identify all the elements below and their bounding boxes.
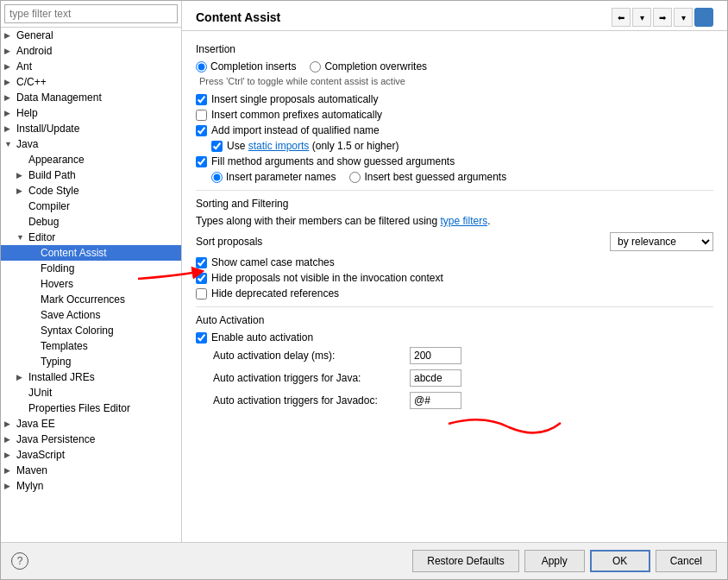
tree-label-build-path: Build Path [28, 169, 76, 181]
tree-item-javascript[interactable]: ▶JavaScript [1, 447, 181, 463]
nav-icons: ⬅ ▾ ➡ ▾ [612, 8, 713, 27]
tree-item-maven[interactable]: ▶Maven [1, 463, 181, 478]
tree-item-java-persistence[interactable]: ▶Java Persistence [1, 432, 181, 447]
delay-row: Auto activation delay (ms): [213, 347, 713, 364]
fill-method-args-checkbox[interactable]: Fill method arguments and show guessed a… [196, 155, 713, 167]
common-prefixes-checkbox[interactable]: Insert common prefixes automatically [196, 109, 713, 121]
restore-defaults-button[interactable]: Restore Defaults [412, 550, 518, 572]
tree-label-maven: Maven [16, 464, 47, 476]
tree-item-ant[interactable]: ▶Ant [1, 59, 181, 74]
add-import-label: Add import instead of qualified name [211, 124, 380, 136]
tree-item-props-files-editor[interactable]: Properties Files Editor [1, 400, 181, 416]
tree-item-appearance[interactable]: Appearance [1, 152, 181, 167]
triggers-javadoc-input[interactable] [410, 392, 461, 409]
tree-item-typing[interactable]: Typing [1, 354, 181, 369]
left-panel: ▶General▶Android▶Ant▶C/C++▶Data Manageme… [1, 1, 182, 542]
tree-label-ant: Ant [16, 60, 32, 72]
tree-item-mylyn[interactable]: ▶Mylyn [1, 478, 181, 494]
type-filters-link[interactable]: type filters [440, 215, 487, 227]
auto-activation-section-label: Auto Activation [196, 314, 713, 326]
tree-item-save-actions[interactable]: Save Actions [1, 307, 181, 323]
tree-arrow-cpp: ▶ [4, 78, 16, 86]
tree-item-cpp[interactable]: ▶C/C++ [1, 74, 181, 90]
triggers-java-label: Auto activation triggers for Java: [213, 372, 403, 384]
right-panel-title: Content Assist [196, 10, 280, 24]
single-proposals-checkbox[interactable]: Insert single proposals automatically [196, 93, 713, 105]
static-imports-label: Use static imports (only 1.5 or higher) [227, 140, 399, 152]
completion-inserts-label: Completion inserts [210, 60, 296, 72]
hide-deprecated-checkbox[interactable]: Hide deprecated references [196, 287, 713, 299]
nav-forward-button[interactable]: ➡ [653, 8, 672, 27]
sorting-section-label: Sorting and Filtering [196, 198, 713, 210]
tree-label-templates: Templates [41, 340, 88, 352]
nav-dropdown-button[interactable]: ▾ [632, 8, 651, 27]
tree-item-syntax-coloring[interactable]: Syntax Coloring [1, 323, 181, 338]
filter-input[interactable] [4, 4, 178, 23]
tree-item-android[interactable]: ▶Android [1, 43, 181, 59]
enable-auto-checkbox[interactable]: Enable auto activation [196, 331, 713, 344]
tree-item-java[interactable]: ▼Java [1, 136, 181, 152]
static-imports-link[interactable]: static imports [248, 140, 310, 152]
tree-label-data-mgmt: Data Management [16, 91, 102, 104]
tree-item-general[interactable]: ▶General [1, 28, 181, 43]
nav-forward-dropdown-button[interactable]: ▾ [674, 8, 693, 27]
delay-input[interactable] [410, 347, 461, 364]
tree-label-editor: Editor [28, 231, 55, 243]
ok-button[interactable]: OK [590, 550, 650, 572]
common-prefixes-label: Insert common prefixes automatically [211, 109, 382, 121]
hide-not-visible-label: Hide proposals not visible in the invoca… [211, 272, 443, 284]
completion-radio-group: Completion inserts Completion overwrites [196, 60, 713, 72]
static-imports-checkbox[interactable]: Use static imports (only 1.5 or higher) [211, 140, 713, 152]
tree-label-typing: Typing [41, 356, 71, 368]
completion-overwrites-radio[interactable]: Completion overwrites [310, 60, 427, 72]
tree-item-installed-jres[interactable]: ▶Installed JREs [1, 369, 181, 385]
camel-case-checkbox[interactable]: Show camel case matches [196, 256, 713, 268]
tree-label-java-ee: Java EE [16, 418, 55, 430]
triggers-java-row: Auto activation triggers for Java: [213, 369, 713, 387]
tree-item-content-assist[interactable]: Content Assist [1, 245, 181, 261]
apply-button[interactable]: Apply [524, 550, 585, 572]
tree-arrow-general: ▶ [4, 31, 16, 40]
triggers-javadoc-row: Auto activation triggers for Javadoc: [213, 392, 713, 409]
tree-label-compiler: Compiler [28, 200, 70, 212]
tree-item-debug[interactable]: Debug [1, 214, 181, 230]
help-icon[interactable]: ? [11, 552, 28, 570]
tree-item-hovers[interactable]: Hovers [1, 276, 181, 292]
insert-best-guessed-radio[interactable]: Insert best guessed arguments [349, 171, 506, 183]
tree-arrow-android: ▶ [4, 47, 16, 55]
tree-item-editor[interactable]: ▼Editor [1, 230, 181, 245]
insert-param-names-radio[interactable]: Insert parameter names [211, 171, 336, 183]
tree-item-code-style[interactable]: ▶Code Style [1, 183, 181, 199]
tree-arrow-data-mgmt: ▶ [4, 93, 16, 102]
add-import-checkbox[interactable]: Add import instead of qualified name [196, 124, 713, 136]
sort-select[interactable]: by relevance alphabetically [610, 232, 713, 251]
single-proposals-label: Insert single proposals automatically [211, 93, 378, 105]
tree-item-compiler[interactable]: Compiler [1, 199, 181, 214]
completion-overwrites-label: Completion overwrites [324, 60, 427, 72]
tree-label-android: Android [16, 45, 52, 57]
tree-arrow-code-style: ▶ [16, 186, 28, 195]
tree-label-props-files-editor: Properties Files Editor [28, 402, 130, 414]
nav-back-button[interactable]: ⬅ [612, 8, 631, 27]
tree-item-java-ee[interactable]: ▶Java EE [1, 416, 181, 432]
type-filters-description: Types along with their members can be fi… [196, 215, 713, 227]
camel-case-label: Show camel case matches [211, 256, 335, 268]
tree-arrow-java-ee: ▶ [4, 419, 16, 428]
tree-item-build-path[interactable]: ▶Build Path [1, 167, 181, 183]
cancel-button[interactable]: Cancel [656, 550, 717, 572]
triggers-java-input[interactable] [410, 369, 461, 387]
tree-item-help[interactable]: ▶Help [1, 105, 181, 121]
tree-item-install-update[interactable]: ▶Install/Update [1, 121, 181, 136]
tree-item-folding[interactable]: Folding [1, 261, 181, 276]
tree-item-data-mgmt[interactable]: ▶Data Management [1, 90, 181, 105]
hide-not-visible-checkbox[interactable]: Hide proposals not visible in the invoca… [196, 272, 713, 284]
tree-label-general: General [16, 29, 53, 41]
tree-label-javascript: JavaScript [16, 449, 65, 461]
tree-label-java-persistence: Java Persistence [16, 433, 95, 445]
tree-item-mark-occurrences[interactable]: Mark Occurrences [1, 292, 181, 307]
completion-inserts-radio[interactable]: Completion inserts [196, 60, 296, 72]
tree-arrow-java: ▼ [4, 140, 16, 148]
tree-item-junit[interactable]: JUnit [1, 385, 181, 400]
tree-item-templates[interactable]: Templates [1, 338, 181, 354]
ctrl-hint-text: Press 'Ctrl' to toggle while content ass… [199, 76, 713, 86]
